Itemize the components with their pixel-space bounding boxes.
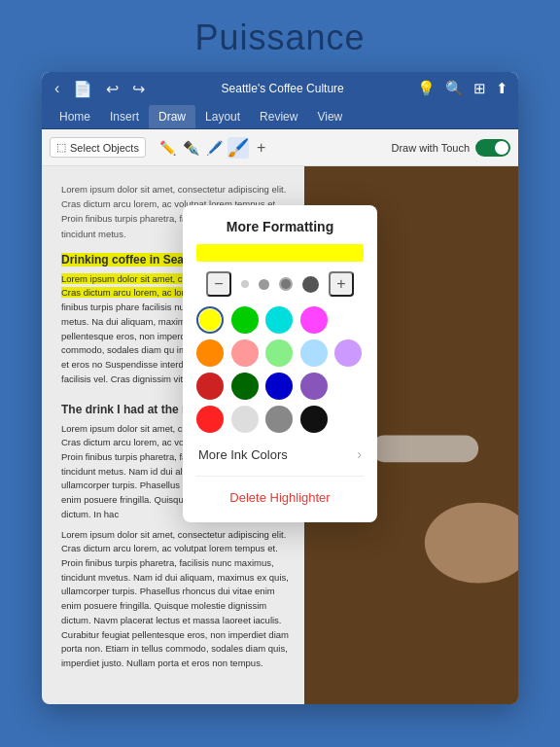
top-icons: 💡 🔍 ⊞ ⬆ (417, 80, 508, 97)
popup-overlay: More Formatting − + (42, 166, 518, 704)
pen-dark[interactable]: ✒️ (181, 137, 202, 159)
grid-icon[interactable]: ⊞ (473, 80, 486, 97)
tab-layout[interactable]: Layout (195, 105, 250, 128)
tab-insert[interactable]: Insert (100, 105, 149, 128)
color-swatch-light-purple[interactable] (334, 339, 362, 367)
color-swatch-purple[interactable] (300, 373, 328, 400)
color-swatch-black[interactable] (300, 406, 328, 433)
tab-home[interactable]: Home (50, 105, 100, 128)
color-swatch-pink[interactable] (231, 339, 259, 367)
color-grid (196, 306, 364, 433)
undo-button[interactable]: ↩ (103, 80, 122, 98)
tab-draw[interactable]: Draw (149, 105, 195, 128)
color-swatch-red[interactable] (196, 373, 224, 400)
size-dot-medium[interactable] (259, 279, 269, 290)
pen-icons: ✏️ ✒️ 🖊️ 🖌️ (158, 137, 249, 159)
color-swatch-light-green[interactable] (265, 339, 293, 367)
select-icon: ⬚ (56, 141, 66, 154)
popup-divider (196, 476, 364, 477)
more-ink-label: More Ink Colors (198, 447, 288, 462)
color-grid-spacer2 (334, 373, 362, 400)
ribbon-tabs: Home Insert Draw Layout Review View (42, 105, 518, 129)
document-title: Seattle's Coffee Culture (156, 82, 409, 95)
redo-button[interactable]: ↪ (129, 80, 148, 98)
add-pen-button[interactable]: + (253, 139, 269, 157)
document-content: Lorem ipsum dolor sit amet, consectetur … (42, 166, 518, 704)
pen-yellow[interactable]: 🖌️ (228, 137, 249, 159)
document-card: ‹ 📄 ↩ ↪ Seattle's Coffee Culture 💡 🔍 ⊞ ⬆… (42, 72, 518, 704)
color-swatch-magenta[interactable] (300, 306, 328, 334)
bulb-icon[interactable]: 💡 (417, 80, 436, 97)
toolbar: ⬚ Select Objects ✏️ ✒️ 🖊️ 🖌️ + Draw with… (42, 129, 518, 166)
more-ink-colors-button[interactable]: More Ink Colors › (196, 443, 364, 466)
size-dot-xlarge[interactable] (302, 276, 319, 293)
tab-view[interactable]: View (307, 105, 352, 128)
draw-with-touch-label: Draw with Touch (392, 142, 471, 154)
size-increase-button[interactable]: + (329, 271, 354, 297)
color-swatch-orange[interactable] (196, 339, 224, 367)
color-swatch-yellow[interactable] (196, 306, 224, 334)
draw-touch-toggle[interactable] (475, 139, 510, 157)
page-title: Puissance (194, 18, 365, 58)
pen-black[interactable]: ✏️ (158, 137, 179, 159)
color-grid-spacer3 (334, 406, 362, 433)
color-swatch-cyan[interactable] (265, 306, 293, 334)
more-formatting-popup: More Formatting − + (183, 205, 377, 522)
popup-title: More Formatting (196, 219, 364, 234)
color-grid-spacer (334, 306, 362, 334)
select-label: Select Objects (70, 142, 139, 154)
size-dot-small[interactable] (241, 280, 249, 288)
delete-highlighter-button[interactable]: Delete Highlighter (196, 486, 364, 509)
color-swatch-green[interactable] (231, 306, 259, 334)
color-swatch-dark-green[interactable] (231, 373, 259, 400)
color-preview-bar (196, 244, 364, 262)
color-swatch-light-blue[interactable] (300, 339, 328, 367)
tab-review[interactable]: Review (250, 105, 307, 128)
color-swatch-dark-blue[interactable] (265, 373, 293, 400)
color-swatch-gray[interactable] (265, 406, 293, 433)
color-swatch-bright-red[interactable] (196, 406, 224, 433)
size-dot-large[interactable] (279, 277, 293, 291)
chevron-right-icon: › (357, 446, 362, 462)
toolbar-right: Draw with Touch (392, 139, 511, 157)
color-swatch-light-gray[interactable] (231, 406, 259, 433)
size-row: − + (196, 271, 364, 297)
top-bar: ‹ 📄 ↩ ↪ Seattle's Coffee Culture 💡 🔍 ⊞ ⬆ (42, 72, 518, 105)
pen-blue[interactable]: 🖊️ (204, 137, 226, 159)
file-icon[interactable]: 📄 (70, 80, 95, 98)
select-objects-button[interactable]: ⬚ Select Objects (50, 137, 146, 158)
back-button[interactable]: ‹ (52, 80, 62, 97)
share-icon[interactable]: ⬆ (496, 80, 508, 97)
search-icon[interactable]: 🔍 (445, 80, 464, 97)
size-decrease-button[interactable]: − (206, 271, 231, 297)
